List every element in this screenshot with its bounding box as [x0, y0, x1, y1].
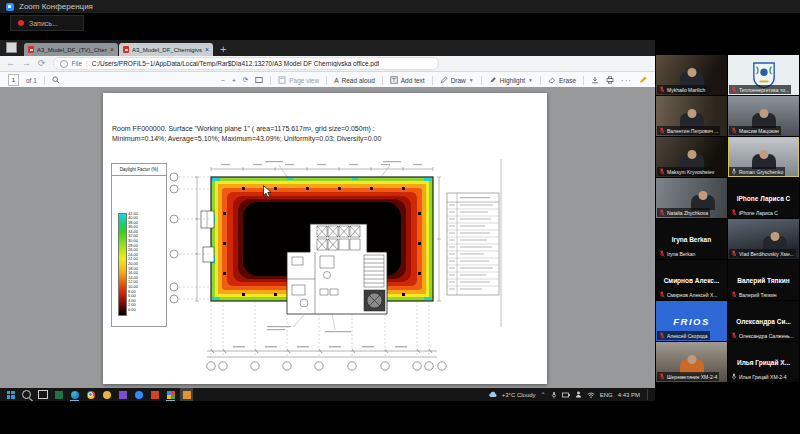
- page-info-icon[interactable]: [60, 60, 68, 68]
- browser-tab-2-active[interactable]: A3_Model_DF_Chernigivska_offi ×: [119, 43, 213, 56]
- people-icon[interactable]: [575, 391, 582, 398]
- zoom-conference-screen: Zoom Конференция Запись... A3_Model_DF_(…: [0, 0, 800, 434]
- forward-icon[interactable]: →: [22, 59, 31, 68]
- chevron-down-icon[interactable]: ▼: [528, 77, 533, 83]
- pdf-canvas[interactable]: Room FF000000. Surface "Working plane 1"…: [0, 87, 655, 388]
- weather-cloud-icon[interactable]: [488, 391, 497, 398]
- zoom-icon: [135, 391, 143, 399]
- highlighter-icon: [489, 76, 497, 84]
- participant-tile[interactable]: Vlad Berdihovskiy Хме...: [728, 219, 799, 259]
- taskbar-app-edge[interactable]: [68, 388, 81, 401]
- mic-icon: [731, 168, 737, 175]
- participant-name-label: Валерий Тяпкин: [729, 290, 779, 299]
- participant-name-label: Илья Грицай ХМ-2-4: [729, 372, 788, 381]
- read-aloud-button[interactable]: A Read aloud: [334, 77, 375, 84]
- taskbar-app-office[interactable]: [148, 388, 161, 401]
- recording-dot-icon: [18, 20, 24, 26]
- participant-tile[interactable]: Iryna Berkan Iryna Berkan: [656, 219, 727, 259]
- participant-tile[interactable]: iPhone Лариса С iPhone Лариса С: [728, 178, 799, 218]
- chevron-down-icon[interactable]: ▼: [469, 77, 474, 83]
- recording-indicator[interactable]: Запись...: [10, 15, 84, 31]
- print-icon[interactable]: [606, 76, 614, 84]
- pen-tool-icon[interactable]: [639, 76, 647, 84]
- participant-tile[interactable]: Валерий Тяпкин Валерий Тяпкин: [728, 260, 799, 300]
- mouse-cursor: [263, 185, 272, 198]
- weather-label[interactable]: +3°C Cloudy: [502, 392, 536, 398]
- fit-page-icon[interactable]: [255, 76, 263, 84]
- taskbar-app-chrome[interactable]: [84, 388, 97, 401]
- document-title-line1: Room FF000000. Surface "Working plane 1"…: [112, 124, 381, 134]
- taskbar-app-media[interactable]: [116, 388, 129, 401]
- tray-expand-icon[interactable]: ⌃: [541, 391, 546, 398]
- zoom-in-icon[interactable]: +: [232, 77, 236, 84]
- taskbar-app-active[interactable]: [180, 388, 193, 401]
- address-bar[interactable]: File | C:/Users/PROFIL5~1/AppData/Local/…: [53, 57, 439, 70]
- more-options-icon[interactable]: ···: [621, 76, 632, 85]
- taskbar-app-zoom[interactable]: [132, 388, 145, 401]
- highlight-button[interactable]: Highlight▼: [489, 76, 533, 84]
- show-desktop-button[interactable]: [647, 389, 651, 400]
- zoom-titlebar: Zoom Конференция: [0, 0, 800, 13]
- new-tab-button[interactable]: +: [220, 43, 226, 55]
- participant-tile[interactable]: FRIOS Алексей Скорода: [656, 301, 727, 341]
- active-app-icon: [183, 391, 191, 399]
- erase-button[interactable]: Erase: [548, 76, 576, 84]
- battery-icon[interactable]: [562, 392, 570, 398]
- legend-values: 42.0040.0038.0036.0034.0032.0030.0028.00…: [128, 212, 138, 313]
- taskbar-app-photos[interactable]: [164, 388, 177, 401]
- participant-name-label: iPhone Лариса С: [729, 208, 780, 217]
- muted-mic-icon: [659, 250, 665, 257]
- tab-close-icon[interactable]: ×: [110, 46, 114, 53]
- daylight-factor-legend: Daylight Factor (%) 42.0040.0038.0036.00…: [111, 163, 167, 327]
- muted-mic-icon: [659, 127, 665, 134]
- zoom-out-icon[interactable]: −: [221, 77, 225, 84]
- participant-tile[interactable]: Шереметинин ХМ-2-4: [656, 342, 727, 382]
- participant-tile[interactable]: Mykhailo Marilich: [656, 55, 727, 95]
- network-icon[interactable]: [587, 392, 595, 398]
- start-button[interactable]: [4, 388, 17, 401]
- url-scheme-label: File: [72, 60, 82, 67]
- browser-tab-1[interactable]: A3_Model_DF_(TV)_Chernigivsk ×: [24, 43, 118, 56]
- edge-icon: [71, 391, 79, 399]
- save-icon[interactable]: [591, 76, 599, 84]
- participant-tile[interactable]: Максим Мацокин: [728, 96, 799, 136]
- tray-mic-icon[interactable]: [551, 391, 557, 399]
- clock[interactable]: 4:43 PM: [618, 392, 640, 398]
- muted-mic-icon: [731, 86, 737, 93]
- participant-video: [759, 109, 768, 118]
- page-view-button[interactable]: Page view: [278, 76, 319, 84]
- tab-close-icon[interactable]: ×: [205, 46, 209, 53]
- refresh-icon[interactable]: ⟳: [38, 59, 46, 68]
- muted-mic-icon: [731, 127, 737, 134]
- windows-taskbar: +3°C Cloudy ⌃ ENG 4:43 PM: [0, 388, 655, 401]
- zoom-window-title: Zoom Конференция: [19, 2, 93, 11]
- participant-tile-active-speaker[interactable]: Roman Gryschenko: [728, 137, 799, 177]
- draw-button[interactable]: Draw▼: [440, 76, 474, 84]
- search-icon: [22, 390, 31, 399]
- legend-color-ramp: [118, 213, 127, 316]
- page-number-input[interactable]: 1: [8, 74, 19, 86]
- participant-tile[interactable]: Илья Грицай Х... Илья Грицай ХМ-2-4: [728, 342, 799, 382]
- participant-tile[interactable]: Теплоенергетика то...: [728, 55, 799, 95]
- taskbar-app-browser2[interactable]: [100, 388, 113, 401]
- taskbar-search-button[interactable]: [20, 388, 33, 401]
- language-indicator[interactable]: ENG: [600, 392, 613, 398]
- muted-mic-icon: [659, 373, 665, 380]
- taskbar-app-excel[interactable]: [52, 388, 65, 401]
- search-icon[interactable]: [52, 76, 60, 84]
- tab-title: A3_Model_DF_(TV)_Chernigivsk: [37, 47, 107, 53]
- participant-tile[interactable]: Natalia Zhychkova: [656, 178, 727, 218]
- chrome-icon: [87, 391, 95, 399]
- participant-video: [770, 232, 779, 241]
- participant-tile[interactable]: Олександра Си... Олександра Салжень...: [728, 301, 799, 341]
- rotate-icon[interactable]: ⟳: [243, 76, 248, 84]
- participant-name-label: Vlad Berdihovskiy Хме...: [729, 249, 796, 258]
- participant-video: [687, 109, 696, 118]
- tab-actions-icon[interactable]: [6, 42, 17, 53]
- participant-tile[interactable]: Валентин Петрович ...: [656, 96, 727, 136]
- participant-tile[interactable]: Maksym Kryvosheiev: [656, 137, 727, 177]
- add-text-button[interactable]: Add text: [390, 76, 425, 84]
- back-icon[interactable]: ←: [6, 59, 15, 68]
- task-view-button[interactable]: [36, 388, 49, 401]
- participant-tile[interactable]: Смирнов Алекс... Смирнов Алексей Х...: [656, 260, 727, 300]
